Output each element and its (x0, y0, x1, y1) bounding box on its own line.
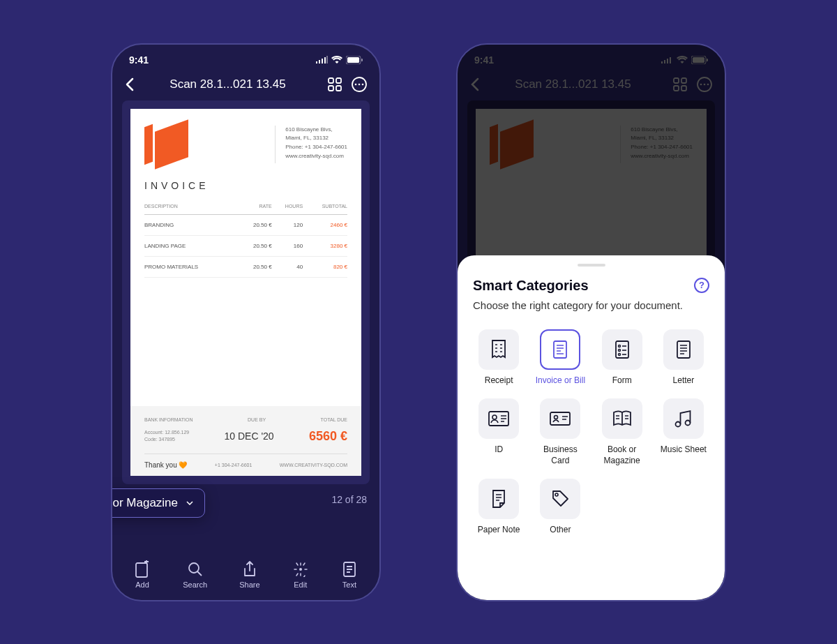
svg-rect-26 (554, 341, 566, 358)
help-button[interactable]: ? (694, 278, 709, 293)
tag-icon (550, 489, 570, 509)
svg-point-8 (355, 83, 357, 85)
table-row: LANDING PAGE20.50 €1603280 € (144, 235, 347, 256)
more-button[interactable] (352, 77, 367, 92)
document-viewport[interactable]: 610 Biscayne Blvs, Miami, FL, 33132 Phon… (122, 100, 370, 484)
scanned-invoice: 610 Biscayne Blvs, Miami, FL, 33132 Phon… (130, 109, 361, 476)
svg-rect-31 (677, 341, 690, 358)
svg-point-38 (555, 493, 558, 496)
svg-rect-2 (361, 59, 363, 61)
svg-point-36 (675, 422, 680, 427)
category-paper-note[interactable]: Paper Note (473, 479, 525, 536)
svg-rect-4 (336, 78, 341, 83)
share-button[interactable]: Share (239, 561, 259, 589)
svg-point-9 (359, 83, 361, 85)
music-icon (673, 409, 694, 428)
grid-icon (328, 77, 342, 91)
svg-rect-6 (336, 86, 341, 91)
search-button[interactable]: Search (183, 561, 207, 589)
question-icon: ? (699, 280, 704, 290)
cellular-icon (316, 56, 328, 63)
svg-point-13 (299, 568, 302, 571)
category-id[interactable]: ID (473, 398, 525, 466)
table-row: BRANDING20.50 €1202460 € (144, 214, 347, 235)
grid-button[interactable] (328, 77, 342, 91)
category-business-card[interactable]: Business Card (534, 398, 586, 466)
search-icon (188, 562, 203, 577)
nav-title: Scan 28.1...021 13.45 (128, 77, 328, 91)
category-invoice[interactable]: Invoice or Bill (534, 329, 586, 387)
svg-rect-27 (616, 341, 628, 358)
bottom-toolbar: Add Search Share Edit Text (112, 557, 379, 600)
category-label: Book or Magazine (111, 496, 178, 510)
phone-right: 9:41 Scan 28.1...021 13.45 610 Biscayne … (456, 43, 726, 601)
sheet-subtitle: Choose the right category for your docum… (473, 298, 709, 313)
invoice-footer: BANK INFORMATION DUE BY TOTAL DUE Accoun… (130, 406, 361, 476)
svg-point-35 (555, 416, 558, 419)
table-row: PROMO MATERIALS20.50 €40820 € (144, 256, 347, 277)
svg-point-37 (685, 421, 690, 426)
add-button[interactable]: Add (134, 561, 151, 589)
category-book[interactable]: Book or Magazine (596, 398, 648, 466)
more-icon (352, 77, 367, 92)
invoice-icon (552, 340, 568, 359)
edit-icon (293, 562, 308, 577)
smart-categories-sheet: Smart Categories ? Choose the right cate… (458, 255, 725, 600)
text-icon (342, 561, 356, 578)
sheet-title: Smart Categories (473, 278, 589, 294)
svg-point-10 (362, 83, 364, 85)
battery-icon (346, 56, 363, 64)
share-icon (243, 561, 257, 578)
category-letter[interactable]: Letter (658, 329, 709, 387)
book-icon (611, 410, 633, 428)
drag-handle[interactable] (578, 264, 605, 267)
svg-point-28 (618, 345, 620, 347)
status-time: 9:41 (129, 54, 149, 66)
status-bar: 9:41 (112, 45, 379, 71)
paper-note-icon (490, 489, 507, 509)
business-card-icon (549, 411, 571, 426)
category-music[interactable]: Music Sheet (658, 398, 709, 466)
letter-icon (675, 340, 692, 359)
category-receipt[interactable]: Receipt (473, 329, 525, 387)
status-icons (316, 56, 363, 64)
invoice-title: INVOICE (130, 177, 361, 198)
company-info: 610 Biscayne Blvs, Miami, FL, 33132 Phon… (275, 126, 347, 163)
svg-rect-1 (347, 57, 359, 63)
category-form[interactable]: Form (596, 329, 648, 387)
category-other[interactable]: Other (534, 479, 586, 536)
wifi-icon (331, 56, 342, 63)
page-counter: 12 of 28 (331, 494, 367, 505)
svg-rect-34 (550, 412, 570, 425)
svg-rect-5 (329, 86, 333, 91)
svg-point-33 (492, 415, 497, 419)
category-grid: Receipt Invoice or Bill Form Letter ID B… (473, 329, 709, 536)
svg-rect-3 (329, 78, 333, 83)
receipt-icon (490, 339, 508, 360)
svg-rect-11 (136, 563, 147, 577)
form-icon (614, 340, 631, 359)
company-logo (144, 126, 188, 163)
edit-button[interactable]: Edit (292, 561, 309, 589)
svg-point-12 (189, 563, 199, 573)
nav-bar: Scan 28.1...021 13.45 (112, 71, 379, 100)
add-icon (135, 560, 150, 578)
svg-point-30 (618, 353, 620, 355)
svg-point-29 (618, 349, 620, 351)
phone-left: 9:41 Scan 28.1...021 13.45 (111, 43, 381, 601)
text-button[interactable]: Text (341, 561, 358, 589)
invoice-table: DESCRIPTION RATE HOURS SUBTOTAL BRANDING… (130, 198, 361, 278)
chevron-down-icon (186, 501, 193, 505)
category-dropdown[interactable]: Book or Magazine (111, 488, 205, 518)
id-icon (488, 410, 510, 427)
